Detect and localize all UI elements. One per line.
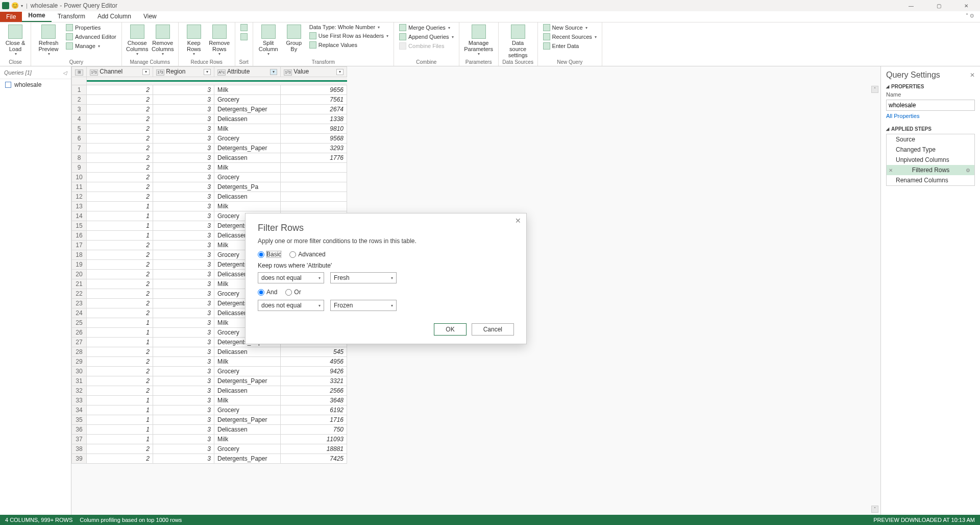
table-row[interactable]: 3313Milk3648: [72, 396, 347, 405]
queries-collapse-icon[interactable]: ◁: [63, 70, 67, 76]
sort-asc-button[interactable]: [238, 23, 250, 32]
table-row[interactable]: 2023Delicassen: [72, 270, 347, 279]
manage-parameters-button[interactable]: Manage Parameters▾: [462, 23, 495, 58]
tab-view[interactable]: View: [137, 11, 163, 22]
table-row[interactable]: 1123Detergents_Pa: [72, 182, 347, 192]
table-row[interactable]: 3613Delicassen750: [72, 425, 347, 435]
table-row[interactable]: 2513Milk3199: [72, 318, 347, 328]
table-row[interactable]: 3023Grocery9426: [72, 367, 347, 376]
data-source-settings-button[interactable]: Data source settings: [502, 23, 534, 59]
minimize-button[interactable]: —: [903, 1, 919, 10]
table-row[interactable]: 1023Grocery: [72, 173, 347, 182]
status-preview-time: PREVIEW DOWNLOADED AT 10:13 AM: [873, 517, 975, 523]
scroll-up-icon[interactable]: ˄: [871, 86, 878, 93]
table-row[interactable]: 1223Delicassen: [72, 192, 347, 202]
advanced-editor-button[interactable]: Advanced Editor: [64, 33, 118, 41]
query-item-wholesale[interactable]: wholesale: [0, 79, 71, 90]
data-type-button[interactable]: Data Type: Whole Number▾: [307, 23, 390, 31]
filter-icon: ▾: [142, 69, 150, 75]
ribbon-tabs: File Home Transform Add Column View ˄ ⊙: [0, 11, 980, 22]
table-row[interactable]: 1313Milk: [72, 202, 347, 211]
qat-dropdown-icon[interactable]: ▾: [21, 4, 23, 8]
table-row[interactable]: 3513Detergents_Paper1716: [72, 415, 347, 425]
qat-emoji[interactable]: 😊: [11, 2, 19, 9]
choose-columns-button[interactable]: Choose Columns▾: [125, 23, 150, 58]
table-row[interactable]: 1923Detergents_Pa: [72, 260, 347, 270]
table-row[interactable]: 423Delicassen1338: [72, 114, 347, 124]
tab-transform[interactable]: Transform: [52, 11, 91, 22]
table-row[interactable]: 1723Milk: [72, 241, 347, 250]
table-row[interactable]: 823Delicassen1776: [72, 153, 347, 163]
replace-values-button[interactable]: Replace Values: [307, 41, 390, 49]
enter-data-button[interactable]: Enter Data: [541, 42, 599, 50]
close-window-button[interactable]: ✕: [959, 1, 974, 10]
ribbon-collapse-icon[interactable]: ˄ ⊙: [966, 13, 974, 18]
sort-desc-button[interactable]: [238, 33, 250, 41]
query-name-input[interactable]: [886, 100, 975, 111]
column-header-channel[interactable]: 1²3 Channel▾: [87, 67, 153, 77]
table-row[interactable]: 3123Detergents_Paper3321: [72, 376, 347, 386]
window-title-suffix: Power Query Editor: [64, 2, 117, 9]
table-row[interactable]: 2423Delicassen1451: [72, 308, 347, 318]
table-row[interactable]: 623Grocery9568: [72, 134, 347, 144]
column-header-attribute[interactable]: Aᵇc Attribute▾: [214, 67, 281, 77]
close-load-button[interactable]: Close & Load▾: [3, 23, 28, 58]
first-row-headers-button[interactable]: Use First Row as Headers▾: [307, 32, 390, 40]
merge-queries-button[interactable]: Merge Queries▾: [397, 23, 456, 32]
settings-close-icon[interactable]: ✕: [970, 71, 975, 79]
window-title-app: wholesale: [31, 2, 58, 9]
remove-columns-button[interactable]: Remove Columns▾: [151, 23, 175, 58]
table-row[interactable]: 1613Delicassen: [72, 231, 347, 241]
remove-rows-button[interactable]: Remove Rows▾: [207, 23, 232, 58]
table-row[interactable]: 223Grocery7561: [72, 95, 347, 105]
data-grid: ˄ ˅ ⊞ 1²3 Channel▾ 1²3 Region▾ Aᵇc Attri…: [71, 66, 880, 515]
table-row[interactable]: 1413Grocery: [72, 211, 347, 221]
applied-step[interactable]: Renamed Columns: [887, 175, 974, 185]
table-row[interactable]: 2823Delicassen545: [72, 347, 347, 357]
column-header-value[interactable]: 1²3 Value▾: [281, 67, 347, 77]
scroll-down-icon[interactable]: ˅: [871, 506, 878, 513]
column-header-region[interactable]: 1²3 Region▾: [153, 67, 214, 77]
table-row[interactable]: 1823Grocery: [72, 250, 347, 260]
all-properties-link[interactable]: All Properties: [886, 113, 975, 119]
applied-step[interactable]: Changed Type: [887, 145, 974, 155]
table-row[interactable]: 923Milk: [72, 163, 347, 173]
properties-section[interactable]: PROPERTIES: [891, 84, 924, 89]
table-row[interactable]: 323Detergents_Paper2674: [72, 105, 347, 114]
split-column-button[interactable]: Split Column▾: [256, 23, 281, 58]
table-row[interactable]: 3713Milk11093: [72, 435, 347, 444]
table-row[interactable]: 3413Grocery6192: [72, 405, 347, 415]
queries-header: Queries [1]: [4, 69, 32, 76]
refresh-preview-button[interactable]: RefreshPreview▾: [34, 23, 63, 58]
table-row[interactable]: 2323Detergents_Pa: [72, 299, 347, 308]
applied-step[interactable]: ✕Filtered Rows⚙: [887, 165, 974, 175]
table-row[interactable]: 2123Milk: [72, 279, 347, 289]
table-row[interactable]: 2223Grocery: [72, 289, 347, 299]
keep-rows-button[interactable]: Keep Rows▾: [182, 23, 206, 58]
table-row[interactable]: 2613Grocery6975: [72, 328, 347, 338]
tab-add-column[interactable]: Add Column: [91, 11, 137, 22]
table-row[interactable]: 723Detergents_Paper3293: [72, 144, 347, 153]
properties-button[interactable]: Properties: [64, 23, 118, 32]
append-queries-button[interactable]: Append Queries▾: [397, 33, 456, 41]
group-by-button[interactable]: Group By: [282, 23, 306, 53]
recent-sources-button[interactable]: Recent Sources▾: [541, 33, 599, 41]
applied-step[interactable]: Unpivoted Columns: [887, 155, 974, 165]
table-row[interactable]: 2923Milk4956: [72, 357, 347, 367]
table-row[interactable]: 523Milk9810: [72, 124, 347, 134]
applied-step[interactable]: Source: [887, 134, 974, 145]
tab-file[interactable]: File: [0, 12, 22, 22]
table-row[interactable]: 123Milk9656: [72, 85, 347, 95]
status-profiling[interactable]: Column profiling based on top 1000 rows: [80, 517, 182, 523]
new-source-button[interactable]: New Source▾: [541, 23, 599, 32]
table-row[interactable]: 2713Detergents_Paper3140: [72, 338, 347, 347]
table-row[interactable]: 3923Detergents_Paper7425: [72, 454, 347, 464]
manage-button[interactable]: Manage▾: [64, 42, 118, 50]
table-row[interactable]: 3223Delicassen2566: [72, 386, 347, 396]
table-row[interactable]: 3823Grocery18881: [72, 444, 347, 454]
row-header-corner[interactable]: ⊞: [72, 67, 87, 77]
table-row[interactable]: 1513Detergents_Pa: [72, 221, 347, 231]
tab-home[interactable]: Home: [22, 10, 51, 22]
applied-steps-section[interactable]: APPLIED STEPS: [891, 126, 932, 132]
maximize-button[interactable]: ▢: [931, 1, 946, 10]
